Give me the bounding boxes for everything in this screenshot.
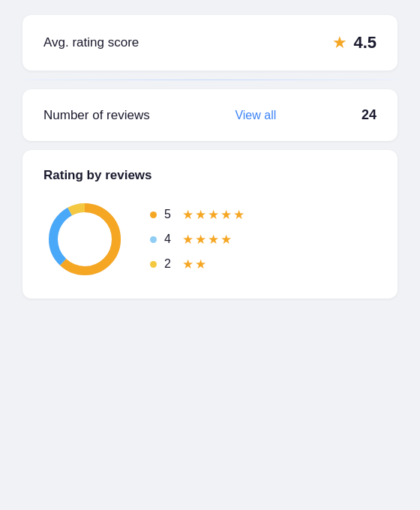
star-1: ★ [182, 232, 194, 248]
rating-by-reviews-title: Rating by reviews [44, 168, 376, 183]
legend-item-5: 5 ★ ★ ★ ★ ★ [150, 207, 244, 223]
chart-legend-row: 5 ★ ★ ★ ★ ★ 4 ★ ★ ★ [44, 198, 376, 280]
legend-rating-5: 5 [164, 208, 175, 221]
donut-chart [44, 198, 126, 280]
legend-dot-2 [150, 261, 157, 268]
main-container: Avg. rating score ★ 4.5 Number of review… [22, 15, 398, 298]
star-2: ★ [195, 232, 206, 248]
avg-score-group: ★ 4.5 [332, 33, 376, 52]
rating-by-reviews-card: Rating by reviews [22, 150, 398, 298]
star-icon: ★ [332, 34, 347, 51]
legend-rating-2: 2 [164, 257, 175, 271]
star-3: ★ [208, 232, 219, 248]
num-reviews-card: Number of reviews View all 24 [22, 89, 398, 141]
legend-item-2: 2 ★ ★ [150, 256, 244, 272]
star-2: ★ [195, 256, 206, 272]
star-4: ★ [220, 232, 232, 248]
legend-dot-4 [150, 236, 157, 243]
star-1: ★ [182, 256, 194, 272]
avg-rating-card: Avg. rating score ★ 4.5 [22, 15, 398, 70]
star-5: ★ [233, 207, 244, 223]
star-2: ★ [195, 207, 206, 223]
section-divider [22, 80, 398, 80]
avg-score-value: 4.5 [353, 33, 376, 52]
star-3: ★ [208, 207, 219, 223]
stars-4: ★ ★ ★ ★ [182, 232, 232, 248]
avg-rating-label: Avg. rating score [44, 35, 139, 50]
legend-item-4: 4 ★ ★ ★ ★ [150, 232, 244, 248]
legend-dot-5 [150, 212, 157, 218]
star-4: ★ [220, 207, 232, 223]
legend: 5 ★ ★ ★ ★ ★ 4 ★ ★ ★ [150, 207, 244, 272]
stars-2: ★ ★ [182, 256, 206, 272]
reviews-count: 24 [362, 107, 376, 123]
stars-5: ★ ★ ★ ★ ★ [182, 207, 244, 223]
view-all-link[interactable]: View all [235, 109, 276, 122]
star-1: ★ [182, 207, 194, 223]
legend-rating-4: 4 [164, 232, 175, 246]
num-reviews-label: Number of reviews [44, 108, 150, 123]
